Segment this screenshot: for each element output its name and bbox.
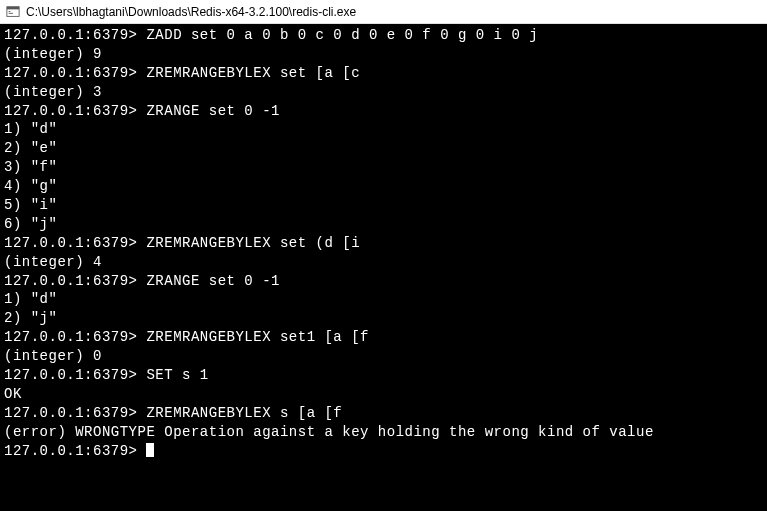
terminal-line: 127.0.0.1:6379> ZREMRANGEBYLEX set (d [i: [4, 234, 763, 253]
svg-rect-2: [9, 11, 11, 12]
title-bar[interactable]: C:\Users\lbhagtani\Downloads\Redis-x64-3…: [0, 0, 767, 24]
terminal-line: 1) "d": [4, 120, 763, 139]
terminal-line: OK: [4, 385, 763, 404]
terminal-line: (integer) 4: [4, 253, 763, 272]
terminal-line: (integer) 9: [4, 45, 763, 64]
svg-rect-3: [9, 12, 13, 13]
svg-rect-1: [7, 6, 19, 9]
terminal-line: 127.0.0.1:6379> ZREMRANGEBYLEX s [a [f: [4, 404, 763, 423]
terminal-line: 2) "e": [4, 139, 763, 158]
window-title: C:\Users\lbhagtani\Downloads\Redis-x64-3…: [26, 5, 356, 19]
cursor: [146, 443, 154, 457]
terminal-line: 2) "j": [4, 309, 763, 328]
terminal-output[interactable]: 127.0.0.1:6379> ZADD set 0 a 0 b 0 c 0 d…: [0, 24, 767, 511]
terminal-line: (integer) 0: [4, 347, 763, 366]
terminal-line: 4) "g": [4, 177, 763, 196]
terminal-line: 127.0.0.1:6379> ZREMRANGEBYLEX set [a [c: [4, 64, 763, 83]
terminal-line: 5) "i": [4, 196, 763, 215]
terminal-line: 6) "j": [4, 215, 763, 234]
terminal-line: 127.0.0.1:6379> ZRANGE set 0 -1: [4, 272, 763, 291]
terminal-line: 127.0.0.1:6379> ZREMRANGEBYLEX set1 [a […: [4, 328, 763, 347]
terminal-line: 127.0.0.1:6379> ZADD set 0 a 0 b 0 c 0 d…: [4, 26, 763, 45]
terminal-line: 127.0.0.1:6379> SET s 1: [4, 366, 763, 385]
terminal-line: 1) "d": [4, 290, 763, 309]
prompt: 127.0.0.1:6379>: [4, 442, 146, 461]
terminal-line: (integer) 3: [4, 83, 763, 102]
current-prompt-line[interactable]: 127.0.0.1:6379>: [4, 442, 763, 461]
terminal-line: (error) WRONGTYPE Operation against a ke…: [4, 423, 763, 442]
app-icon: [6, 5, 20, 19]
terminal-line: 127.0.0.1:6379> ZRANGE set 0 -1: [4, 102, 763, 121]
terminal-line: 3) "f": [4, 158, 763, 177]
